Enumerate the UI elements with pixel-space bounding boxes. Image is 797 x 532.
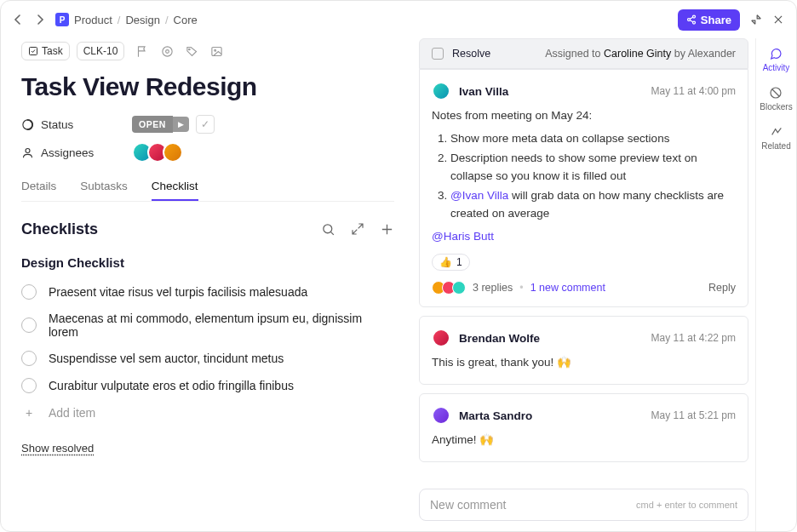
svg-point-8 — [215, 49, 216, 51]
rail-related[interactable]: Related — [761, 125, 790, 151]
share-label: Share — [701, 14, 731, 26]
svg-point-4 — [163, 46, 172, 55]
checklist-item-text: Curabitur vulputate eros et odio fringil… — [49, 379, 294, 392]
svg-point-2 — [692, 21, 695, 24]
share-button[interactable]: Share — [678, 9, 740, 31]
topbar: P Product / Design / Core Share — [1, 1, 796, 38]
comment-time: May 11 at 4:22 pm — [651, 332, 736, 344]
comment-author: Ivan Villa — [459, 85, 508, 98]
breadcrumb-item[interactable]: Product — [74, 14, 112, 26]
tab-details[interactable]: Details — [21, 173, 56, 201]
add-item-button[interactable]: + Add item — [21, 399, 394, 426]
svg-rect-3 — [30, 48, 37, 55]
checklist-item-text: Suspendisse vel sem auctor, tincidunt me… — [49, 352, 284, 365]
checklist-item[interactable]: Maecenas at mi commodo, elementum ipsum … — [21, 306, 394, 345]
checklist-item[interactable]: Suspendisse vel sem auctor, tincidunt me… — [21, 345, 394, 372]
comment-body: Anytime! 🙌 — [432, 432, 736, 449]
mention[interactable]: @Ivan Villa — [450, 189, 508, 202]
check-circle-icon[interactable] — [21, 378, 37, 393]
comment-composer[interactable]: New comment cmd + enter to comment — [419, 489, 748, 521]
check-circle-icon[interactable] — [21, 317, 37, 333]
comment-body: This is great, thank you! 🙌 — [432, 354, 736, 372]
checklist-title: Design Checklist — [21, 255, 394, 270]
svg-point-0 — [692, 15, 695, 18]
comment-list-item: Show more meta data on collapse sections — [450, 130, 736, 148]
composer-placeholder: New comment — [430, 498, 506, 512]
collapse-icon[interactable] — [750, 14, 762, 26]
checklist-item-text: Praesent vitae risus vel turpis facilisi… — [49, 285, 307, 299]
status-badge: OPEN — [132, 116, 173, 133]
assignees-icon — [21, 146, 34, 159]
status-label: Status — [41, 118, 73, 131]
avatar — [432, 406, 450, 425]
task-id-pill[interactable]: CLK-10 — [77, 42, 125, 60]
comment-card: Ivan Villa May 11 at 4:00 pm Notes from … — [419, 69, 748, 307]
resolve-label: Resolve — [452, 48, 490, 60]
svg-point-5 — [166, 49, 169, 53]
status-icon — [21, 118, 34, 131]
status-value-group[interactable]: OPEN ▶ ✓ — [132, 115, 215, 134]
tab-subtasks[interactable]: Subtasks — [80, 173, 128, 201]
comment-list-item: @Ivan Villa will grab data on how many c… — [450, 187, 736, 223]
check-circle-icon[interactable] — [21, 284, 37, 300]
activity-header: Resolve Assigned to Caroline Ginty by Al… — [419, 38, 748, 69]
svg-point-1 — [687, 19, 690, 21]
checklists-heading: Checklists — [21, 220, 98, 238]
task-type-pill[interactable]: Task — [21, 42, 70, 60]
checklist-item[interactable]: Praesent vitae risus vel turpis facilisi… — [21, 278, 394, 306]
show-resolved-link[interactable]: Show resolved — [21, 442, 94, 455]
comment-time: May 11 at 4:00 pm — [651, 85, 736, 97]
chat-icon — [769, 47, 783, 60]
check-circle-icon[interactable] — [21, 351, 37, 366]
avatar[interactable] — [163, 142, 183, 163]
svg-point-10 — [26, 148, 30, 152]
status-advance-icon[interactable]: ▶ — [173, 117, 189, 132]
checklist-item[interactable]: Curabitur vulputate eros et odio fringil… — [21, 372, 394, 399]
image-icon[interactable] — [210, 45, 223, 58]
new-comment-link[interactable]: 1 new comment — [530, 282, 605, 294]
replies-count[interactable]: 3 replies — [473, 282, 513, 294]
rail-blockers[interactable]: Blockers — [760, 86, 792, 112]
reaction-pill[interactable]: 👍 1 — [432, 254, 470, 271]
comment-author: Marta Sandro — [459, 409, 532, 422]
related-icon — [770, 125, 783, 139]
add-checklist-icon[interactable] — [380, 222, 394, 237]
checklist-item-text: Maecenas at mi commodo, elementum ipsum … — [49, 312, 394, 339]
comment-author: Brendan Wolfe — [459, 332, 540, 345]
tag-icon[interactable] — [186, 45, 198, 58]
flag-icon[interactable] — [136, 45, 149, 58]
status-complete-button[interactable]: ✓ — [196, 115, 215, 134]
product-icon: P — [55, 13, 69, 26]
avatar — [452, 281, 466, 295]
svg-point-11 — [324, 225, 332, 233]
comment-card: Marta Sandro May 11 at 5:21 pm Anytime! … — [419, 393, 748, 462]
breadcrumb[interactable]: P Product / Design / Core — [55, 13, 198, 26]
avatar — [432, 329, 450, 347]
nav-back-icon[interactable] — [13, 14, 26, 25]
svg-point-6 — [189, 49, 191, 50]
page-title: Task View Redesign — [21, 72, 394, 101]
assignee-avatars[interactable] — [132, 142, 183, 163]
svg-rect-7 — [212, 47, 221, 55]
resolve-checkbox[interactable] — [432, 48, 444, 60]
close-icon[interactable] — [772, 14, 784, 26]
breadcrumb-item[interactable]: Core — [174, 14, 198, 26]
rail-activity[interactable]: Activity — [763, 47, 790, 72]
reply-button[interactable]: Reply — [708, 282, 736, 294]
assignees-label: Assignees — [41, 146, 94, 159]
expand-icon[interactable] — [351, 222, 364, 237]
nav-forward-icon[interactable] — [35, 14, 49, 25]
blocked-icon — [769, 86, 783, 100]
search-icon[interactable] — [321, 222, 335, 237]
assigned-text: Assigned to Caroline Ginty by Alexander — [545, 48, 736, 60]
comment-list-item: Description needs to show some preview t… — [450, 150, 736, 186]
tab-checklist[interactable]: Checklist — [152, 173, 198, 201]
task-type-label: Task — [42, 45, 63, 57]
comment-card: Brendan Wolfe May 11 at 4:22 pm This is … — [419, 316, 748, 385]
add-item-label: Add item — [49, 406, 95, 420]
mention[interactable]: @Haris Butt — [432, 230, 494, 243]
comment-time: May 11 at 5:21 pm — [651, 409, 736, 421]
breadcrumb-item[interactable]: Design — [125, 14, 159, 26]
composer-hint: cmd + enter to comment — [636, 500, 737, 510]
sprint-icon[interactable] — [161, 45, 174, 58]
